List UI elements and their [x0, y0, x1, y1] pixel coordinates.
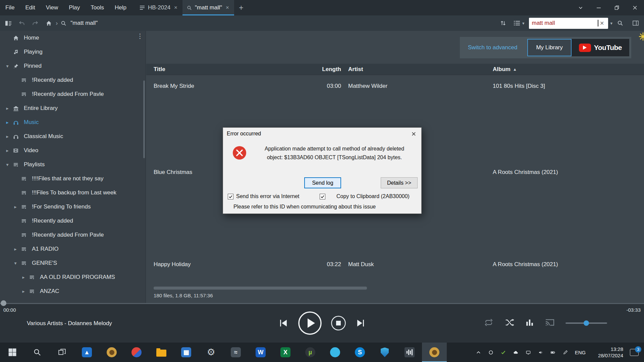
settings-icon[interactable]: ⚙: [199, 343, 223, 362]
sidebar-item-recently-added[interactable]: !Recently added: [0, 214, 146, 228]
messenger-icon[interactable]: [323, 343, 347, 362]
sidebar-item-playlists[interactable]: ▾Playlists: [0, 158, 146, 172]
expander-right-icon[interactable]: ▸: [11, 246, 19, 252]
seek-handle[interactable]: [1, 300, 6, 306]
clock[interactable]: 13:28 28/07/2024: [589, 346, 625, 359]
sidebar-item-files-to-backup-from-last-week[interactable]: !!!Files To backup from Last week: [0, 186, 146, 200]
stop-button[interactable]: [331, 315, 346, 331]
expander-right-icon[interactable]: ▸: [3, 134, 11, 139]
sidebar-item-a1-radio[interactable]: ▸A1 RADIO: [0, 242, 146, 256]
sidebar-scrollbar[interactable]: [143, 80, 145, 158]
tab-list-chevron-icon[interactable]: [572, 0, 590, 15]
sidebar-item-video[interactable]: ▸Video: [0, 143, 146, 158]
photos-icon[interactable]: ▲: [74, 343, 99, 362]
youtube-button[interactable]: YouTube: [572, 39, 629, 56]
task-view-icon[interactable]: [50, 343, 74, 362]
undo-icon[interactable]: [17, 17, 27, 29]
skype-icon[interactable]: S: [347, 343, 372, 362]
sidebar-item-recently-added-from-pavle[interactable]: !Recently added From Pavle: [0, 228, 146, 242]
send-log-button[interactable]: Send log: [304, 177, 341, 188]
sidebar-item-genre-s[interactable]: ▾GENRE'S: [0, 256, 146, 270]
my-library-button[interactable]: My Library: [527, 39, 571, 56]
expander-right-icon[interactable]: ▸: [3, 106, 11, 111]
dialog-titlebar[interactable]: Error occurred: [223, 128, 421, 140]
volume-slider[interactable]: [566, 320, 607, 326]
sort-order-icon[interactable]: [498, 17, 508, 29]
minimize-button[interactable]: [590, 0, 608, 15]
horizontal-scrollbar[interactable]: [154, 287, 367, 290]
close-icon[interactable]: ×: [173, 4, 178, 11]
sidebar-item-recently-added-from-pavle[interactable]: !Recently added From Pavle: [0, 87, 146, 101]
display-icon[interactable]: [522, 343, 534, 362]
utorrent-icon[interactable]: µ: [298, 343, 323, 362]
mediamonkey-active-icon[interactable]: [422, 343, 447, 362]
column-header-title[interactable]: Title: [154, 64, 165, 75]
home-icon[interactable]: [44, 17, 54, 29]
menu-file[interactable]: File: [0, 0, 20, 15]
tab-hb-2024[interactable]: HB-2024 ×: [135, 0, 182, 15]
expander-right-icon[interactable]: ▸: [19, 275, 28, 280]
new-tab-button[interactable]: +: [234, 0, 248, 15]
taskbar-search-icon[interactable]: [25, 343, 50, 362]
menu-view[interactable]: View: [41, 0, 64, 15]
search-input[interactable]: matt mall ✕: [529, 18, 608, 29]
previous-button[interactable]: [278, 317, 289, 329]
mediamonkey-icon[interactable]: [99, 343, 124, 362]
start-icon[interactable]: [0, 343, 25, 362]
repeat-icon[interactable]: [484, 318, 494, 328]
volume-handle[interactable]: [584, 320, 589, 326]
checkbox-copy-to-clipboard[interactable]: [320, 194, 325, 199]
play-button[interactable]: [298, 311, 322, 335]
file-explorer-icon[interactable]: [149, 343, 174, 362]
view-list-icon[interactable]: ▾: [514, 17, 525, 29]
expander-right-icon[interactable]: ▸: [19, 289, 28, 294]
checkbox-send-via-internet[interactable]: [228, 194, 233, 199]
restore-button[interactable]: [608, 0, 626, 15]
audio-editor-icon[interactable]: ≈: [223, 343, 248, 362]
sidebar-toggle-icon[interactable]: [3, 17, 13, 29]
expander-right-icon[interactable]: ▸: [3, 148, 11, 153]
sidebar-item-music[interactable]: ▸Music: [0, 115, 146, 129]
column-header-length[interactable]: Length: [294, 64, 341, 75]
menu-play[interactable]: Play: [63, 0, 85, 15]
excel-icon[interactable]: X: [273, 343, 298, 362]
sidebar-item-anzac[interactable]: ▸ANZAC: [0, 284, 146, 298]
equalizer-icon[interactable]: [525, 318, 534, 328]
sidebar-item-entire-library[interactable]: ▸Entire Library: [0, 101, 146, 115]
battery-icon[interactable]: [547, 343, 559, 362]
table-row[interactable]: Break My Stride 03:00 Matthew Wilder 101…: [146, 80, 644, 92]
onedrive-icon[interactable]: [509, 343, 522, 362]
switch-to-advanced-link[interactable]: Switch to advanced: [460, 37, 525, 58]
action-center-icon[interactable]: 3: [625, 343, 644, 362]
sidebar-item-files-that-are-not-they-say[interactable]: !!!!Files that are not they say: [0, 172, 146, 186]
redo-icon[interactable]: [30, 17, 40, 29]
details-button[interactable]: Details >>: [381, 177, 418, 188]
security-shield-icon[interactable]: [372, 343, 397, 362]
menu-help[interactable]: Help: [109, 0, 132, 15]
tray-expand-icon[interactable]: [472, 343, 485, 362]
close-icon[interactable]: ×: [225, 4, 230, 11]
menu-tools[interactable]: Tools: [85, 0, 109, 15]
language-indicator[interactable]: ENG: [572, 350, 589, 355]
pen-input-icon[interactable]: [559, 343, 572, 362]
sidebar-item-classical-music[interactable]: ▸Classical Music: [0, 129, 146, 143]
expander-right-icon[interactable]: ▸: [11, 204, 19, 209]
search-options-chevron-icon[interactable]: ▾: [610, 21, 612, 26]
column-header-artist[interactable]: Artist: [348, 64, 363, 75]
shuffle-icon[interactable]: [504, 318, 515, 328]
table-row[interactable]: Happy Holiday 03:22 Matt Dusk A Roots Ch…: [146, 259, 644, 270]
expander-down-icon[interactable]: ▾: [11, 260, 19, 266]
red-blue-app-icon[interactable]: [124, 343, 149, 362]
tray-app-icon[interactable]: [485, 343, 497, 362]
waveform-app-icon[interactable]: [397, 343, 422, 362]
now-playing-title[interactable]: Various Artists - Dolannes Melody: [27, 320, 112, 327]
clear-search-icon[interactable]: ✕: [598, 20, 605, 26]
expander-down-icon[interactable]: ▾: [3, 162, 11, 167]
column-header-album[interactable]: Album ▲: [493, 64, 517, 75]
calculator-icon[interactable]: ▦: [174, 343, 199, 362]
close-button[interactable]: [626, 0, 644, 15]
tab-matt-mall[interactable]: "matt mall" ×: [182, 0, 234, 15]
sidebar-item-recently-added[interactable]: !Recently added: [0, 73, 146, 87]
sidebar-item-pinned[interactable]: ▾Pinned: [0, 59, 146, 73]
sidebar-item-home[interactable]: Home: [0, 31, 146, 45]
